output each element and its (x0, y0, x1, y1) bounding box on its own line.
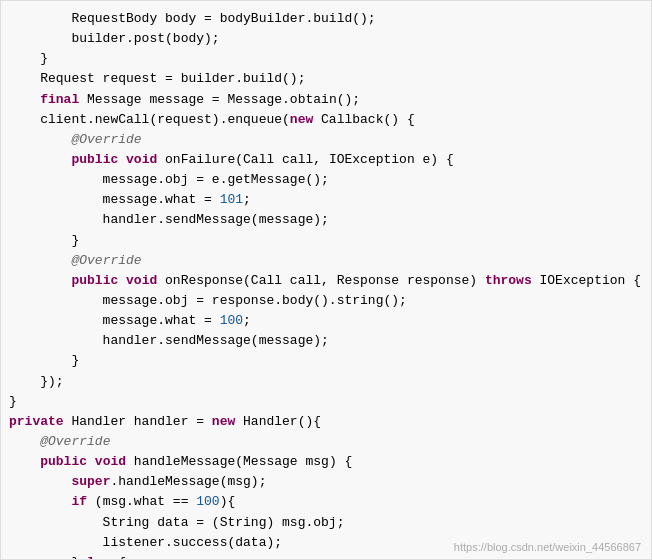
code-line-11: handler.sendMessage(message); (9, 210, 651, 230)
code-line-12: } (9, 231, 651, 251)
code-line-4: Request request = builder.build(); (9, 69, 651, 89)
code-line-19: } (9, 351, 651, 371)
code-line-30: }else { (9, 553, 651, 560)
code-line-17: message.what = 100; (9, 311, 651, 331)
code-line-25: public void handleMessage(Message msg) { (9, 452, 651, 472)
code-editor: RequestBody body = bodyBuilder.build(); … (0, 0, 652, 560)
watermark: https://blog.csdn.net/weixin_44566867 (454, 541, 641, 553)
code-line-24: @Override (9, 432, 651, 452)
code-line-20: }); (9, 372, 651, 392)
code-line-10: message.what = 101; (9, 190, 651, 210)
code-line-18: handler.sendMessage(message); (9, 331, 651, 351)
code-line-27: if (msg.what == 100){ (9, 492, 651, 512)
code-line-9: message.obj = e.getMessage(); (9, 170, 651, 190)
code-line-28: String data = (String) msg.obj; (9, 513, 651, 533)
code-line-5: final Message message = Message.obtain()… (9, 90, 651, 110)
code-line-15: public void onResponse(Call call, Respon… (9, 271, 651, 291)
code-line-16: message.obj = response.body().string(); (9, 291, 651, 311)
code-line-21: } (9, 392, 651, 412)
code-line-3: } (9, 49, 651, 69)
code-line-2: builder.post(body); (9, 29, 651, 49)
code-line-14: @Override (9, 251, 651, 271)
code-line-1: RequestBody body = bodyBuilder.build(); (9, 9, 651, 29)
code-line-6: client.newCall(request).enqueue(new Call… (9, 110, 651, 130)
code-line-7: @Override (9, 130, 651, 150)
code-line-8: public void onFailure(Call call, IOExcep… (9, 150, 651, 170)
code-line-26: super.handleMessage(msg); (9, 472, 651, 492)
code-line-23: private Handler handler = new Handler(){ (9, 412, 651, 432)
